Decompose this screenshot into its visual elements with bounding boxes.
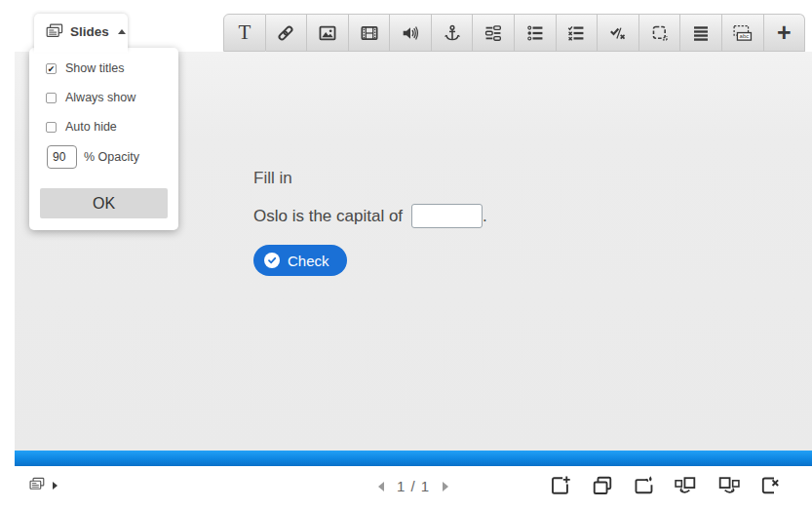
sentence-suffix: . bbox=[483, 207, 487, 226]
video-icon bbox=[361, 24, 378, 42]
slide-pagination: 1 / 1 bbox=[368, 478, 458, 494]
toolbar-button-text[interactable]: T bbox=[223, 14, 266, 52]
toolbar-button-video[interactable] bbox=[349, 14, 391, 52]
toolbar-button-summary[interactable] bbox=[680, 14, 722, 52]
previous-slide-button[interactable] bbox=[376, 480, 386, 493]
exercise-heading: Fill in bbox=[253, 169, 292, 188]
toolbar-button-audio[interactable] bbox=[390, 14, 432, 52]
clone-slide-button[interactable] bbox=[589, 474, 615, 500]
slide-background-button[interactable] bbox=[631, 474, 657, 500]
check-circle-icon bbox=[264, 253, 280, 268]
speaker-icon bbox=[402, 24, 419, 42]
auto-hide-checkbox[interactable] bbox=[46, 122, 57, 133]
next-slide-button[interactable] bbox=[441, 480, 450, 493]
option-label: Auto hide bbox=[65, 120, 117, 134]
svg-text:abc: abc bbox=[739, 33, 749, 39]
plus-icon: + bbox=[777, 20, 792, 45]
fill-blanks-icon bbox=[484, 24, 502, 42]
summary-icon bbox=[692, 24, 710, 42]
option-always-show[interactable]: Always show bbox=[46, 91, 135, 104]
opacity-row: % Opacity bbox=[47, 145, 139, 169]
always-show-checkbox[interactable] bbox=[46, 93, 57, 103]
chevron-up-icon bbox=[118, 29, 126, 34]
sort-right-icon bbox=[715, 474, 741, 500]
toolbar-button-go-to-slide[interactable] bbox=[432, 14, 474, 52]
slides-menu-panel: ✔ Show titles Always show Auto hide % Op… bbox=[29, 48, 178, 230]
toolbar-button-image[interactable] bbox=[307, 14, 349, 52]
h5p-course-presentation-editor: Fill in Oslo is the capital of . Check T bbox=[0, 0, 812, 510]
single-choice-icon bbox=[526, 24, 544, 42]
chevron-right-icon bbox=[53, 482, 58, 490]
new-slide-button[interactable] bbox=[547, 474, 573, 500]
drag-text-icon: abc bbox=[733, 24, 753, 42]
toolbar-button-drag-and-drop[interactable] bbox=[639, 14, 681, 52]
toolbar-button-fill-in-the-blanks[interactable] bbox=[473, 14, 515, 52]
anchor-icon bbox=[444, 24, 461, 42]
slide-tools bbox=[547, 474, 783, 500]
fill-in-blank-input[interactable] bbox=[411, 204, 483, 228]
element-toolbar: T bbox=[223, 14, 805, 52]
sort-slide-left-button[interactable] bbox=[673, 474, 699, 500]
right-arrow-icon bbox=[443, 482, 448, 491]
option-label: Show titles bbox=[65, 61, 124, 75]
true-false-icon bbox=[609, 24, 627, 42]
drag-drop-icon bbox=[651, 24, 669, 42]
delete-slide-icon bbox=[758, 474, 782, 500]
toolbar-button-link[interactable] bbox=[266, 14, 308, 52]
image-icon bbox=[319, 24, 336, 42]
opacity-input[interactable] bbox=[47, 145, 77, 169]
opacity-label: % Opacity bbox=[84, 150, 139, 164]
slides-menu-button[interactable]: Slides bbox=[34, 14, 128, 50]
sort-slide-right-button[interactable] bbox=[715, 474, 741, 500]
link-icon bbox=[277, 24, 294, 42]
progress-bar[interactable] bbox=[15, 451, 812, 466]
toolbar-button-more-elements[interactable]: + bbox=[764, 14, 806, 52]
add-slide-icon bbox=[549, 474, 572, 500]
keywords-menu-toggle[interactable] bbox=[29, 477, 58, 493]
ok-button[interactable]: OK bbox=[40, 188, 168, 218]
toolbar-button-drag-the-words[interactable]: abc bbox=[722, 14, 764, 52]
multiple-choice-icon bbox=[567, 24, 585, 42]
sentence-prefix: Oslo is the capital of bbox=[253, 207, 403, 226]
text-icon: T bbox=[238, 22, 251, 43]
footer-bar: 1 / 1 bbox=[0, 466, 812, 510]
clone-slide-icon bbox=[591, 474, 614, 500]
option-show-titles[interactable]: ✔ Show titles bbox=[46, 61, 124, 75]
slide-background-icon bbox=[633, 474, 656, 500]
slides-icon bbox=[29, 477, 45, 493]
check-button-label: Check bbox=[288, 253, 329, 269]
pagination-label: 1 / 1 bbox=[397, 478, 430, 494]
check-button[interactable]: Check bbox=[253, 245, 347, 276]
slides-menu-label: Slides bbox=[70, 24, 109, 39]
left-arrow-icon bbox=[378, 482, 384, 491]
option-label: Always show bbox=[65, 91, 135, 104]
toolbar-button-true-false[interactable] bbox=[598, 14, 639, 52]
sort-left-icon bbox=[674, 474, 699, 500]
option-auto-hide[interactable]: Auto hide bbox=[46, 120, 117, 134]
slides-icon bbox=[46, 23, 63, 41]
delete-slide-button[interactable] bbox=[756, 474, 783, 500]
fill-in-sentence: Oslo is the capital of . bbox=[253, 204, 487, 228]
toolbar-button-single-choice-set[interactable] bbox=[515, 14, 557, 52]
toolbar-button-multiple-choice[interactable] bbox=[557, 14, 599, 52]
show-titles-checkbox[interactable]: ✔ bbox=[46, 63, 57, 74]
